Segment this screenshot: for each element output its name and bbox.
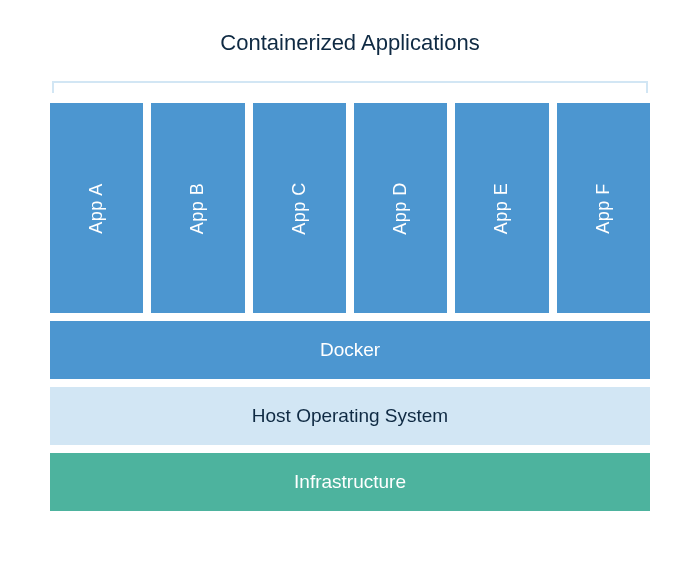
app-box-d: App D: [354, 103, 447, 313]
diagram-title: Containerized Applications: [50, 30, 650, 56]
apps-bracket: [52, 81, 648, 93]
layer-host-os: Host Operating System: [50, 387, 650, 445]
layer-docker: Docker: [50, 321, 650, 379]
app-label: App F: [593, 183, 614, 234]
app-label: App C: [289, 182, 310, 235]
app-box-e: App E: [455, 103, 548, 313]
app-box-f: App F: [557, 103, 650, 313]
layer-infrastructure: Infrastructure: [50, 453, 650, 511]
app-label: App D: [390, 182, 411, 235]
app-label: App E: [491, 182, 512, 234]
app-box-b: App B: [151, 103, 244, 313]
app-box-a: App A: [50, 103, 143, 313]
apps-row: App A App B App C App D App E App F: [50, 103, 650, 313]
app-box-c: App C: [253, 103, 346, 313]
app-label: App B: [187, 182, 208, 234]
app-label: App A: [86, 183, 107, 234]
